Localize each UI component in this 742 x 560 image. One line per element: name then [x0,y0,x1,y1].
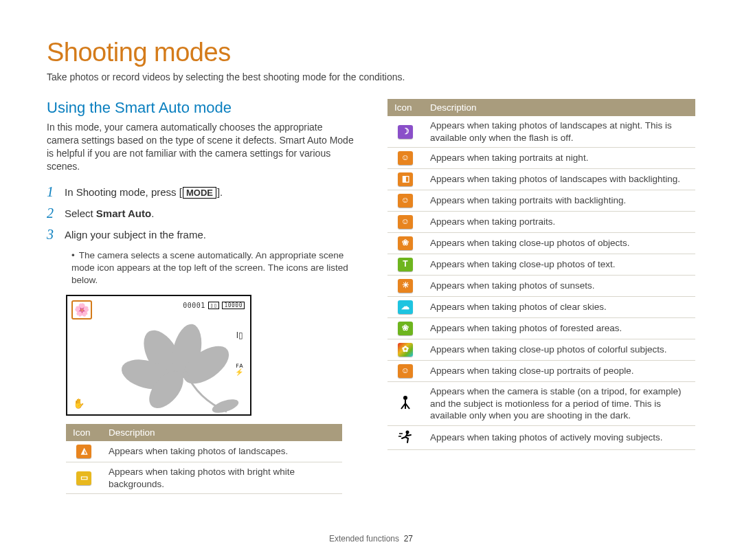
icon-description: Appears when taking portraits with backl… [423,190,695,212]
screen-top-indicators: 00001 ▯▯ 10000 [183,302,245,309]
macro-object-icon: ❀ [398,236,413,250]
svg-point-6 [403,396,407,400]
table-row: Appears when the camera is stable (on a … [387,382,695,426]
icon-description: Appears when taking photos of clear skie… [423,297,695,318]
col-header-icon: Icon [66,424,102,441]
footer-page-number: 27 [404,534,413,544]
table-row: Appears when taking photos of actively m… [387,425,695,450]
screen-hand-indicator: ✋ [73,398,85,409]
clear-sky-icon: ☁ [398,300,413,314]
icon-description: Appears when taking photos with bright w… [102,462,342,494]
section-body: In this mode, your camera automatically … [47,121,355,173]
page-title: Shooting modes [47,38,695,67]
table-row: ◭Appears when taking photos of landscape… [66,441,342,462]
table-row: ☺Appears when taking portraits with back… [387,190,695,212]
table-row: ☺Appears when taking portraits. [387,212,695,233]
step1-text-post: ]. [217,186,223,198]
svg-point-5 [211,396,240,416]
moving-subject-icon [398,429,413,443]
icon-description: Appears when taking close-up photos of c… [423,339,695,361]
table-row: ▭Appears when taking photos with bright … [66,462,342,494]
step-number: 3 [47,227,58,243]
table-row: ☀Appears when taking photos of sunsets. [387,276,695,297]
step2-text-pre: Select [65,208,96,219]
icon-description: Appears when the camera is stable (on a … [423,382,695,426]
icon-description: Appears when taking close-up portraits o… [423,361,695,382]
macro-text-icon: T [398,258,413,271]
step1-text-pre: In Shooting mode, press [ [65,186,182,198]
page-footer: Extended functions 27 [0,534,742,544]
table-row: ✿Appears when taking close-up photos of … [387,339,695,361]
flower-illustration [98,321,242,416]
macro-portrait-icon: ☺ [398,364,413,378]
icon-description: Appears when taking photos of forested a… [423,318,695,339]
icon-description: Appears when taking photos of landscapes… [423,169,695,190]
table-row: ❀Appears when taking close-up photos of … [387,233,695,254]
col-header-desc: Description [423,99,695,116]
step3-bullet: The camera selects a scene automatically… [71,249,355,287]
table-row: ☁Appears when taking photos of clear ski… [387,297,695,318]
sunset-icon: ☀ [398,279,413,293]
col-header-desc: Description [102,424,342,441]
table-row: ☺Appears when taking close-up portraits … [387,361,695,382]
step-3: 3 Align your subject in the frame. [47,227,355,243]
table-row: TAppears when taking close-up photos of … [387,254,695,276]
step2-text-post: . [151,208,154,219]
icon-description: Appears when taking photos of landscapes… [102,441,342,462]
macro-color-icon: ✿ [398,343,413,357]
landscape-icon: ◭ [76,445,91,458]
backlight-landscape-icon: ◧ [398,172,413,186]
macro-icon: 🌸 [71,300,92,320]
section-heading: Using the Smart Auto mode [47,99,355,117]
mode-button-label: MODE [183,187,216,199]
step-number: 1 [47,184,58,200]
icon-table-right: Icon Description ☽Appears when taking ph… [387,99,695,450]
icon-description: Appears when taking photos of sunsets. [423,276,695,297]
table-row: ❀Appears when taking photos of forested … [387,318,695,339]
page-intro: Take photos or record videos by selectin… [47,71,695,82]
step-1: 1 In Shooting mode, press [MODE]. [47,184,355,200]
white-bg-icon: ▭ [76,471,91,485]
backlight-portrait-icon: ☺ [398,194,413,208]
tripod-icon [398,395,413,409]
icon-description: Appears when taking portraits. [423,212,695,233]
step3-text: Align your subject in the frame. [65,227,206,243]
forest-icon: ❀ [398,322,413,335]
night-portrait-icon: ☺ [398,151,413,165]
step-2: 2 Select Smart Auto. [47,205,355,221]
icon-description: Appears when taking photos of actively m… [423,425,695,450]
icon-description: Appears when taking photos of landscapes… [423,116,695,148]
col-header-icon: Icon [387,99,423,116]
step2-bold: Smart Auto [96,208,151,219]
table-row: ☽Appears when taking photos of landscape… [387,116,695,148]
icon-table-left: Icon Description ◭Appears when taking ph… [66,424,342,494]
footer-section: Extended functions [329,534,399,544]
icon-description: Appears when taking close-up photos of t… [423,254,695,276]
camera-screen-preview: 🌸 00001 ▯▯ 10000 I▯ ꜰᴀ⚡ ✋ [66,295,251,416]
icon-description: Appears when taking portraits at night. [423,148,695,169]
night-landscape-icon: ☽ [398,125,413,139]
portrait-icon: ☺ [398,215,413,229]
table-row: ☺Appears when taking portraits at night. [387,148,695,169]
icon-description: Appears when taking close-up photos of o… [423,233,695,254]
table-row: ◧Appears when taking photos of landscape… [387,169,695,190]
step-number: 2 [47,205,58,221]
